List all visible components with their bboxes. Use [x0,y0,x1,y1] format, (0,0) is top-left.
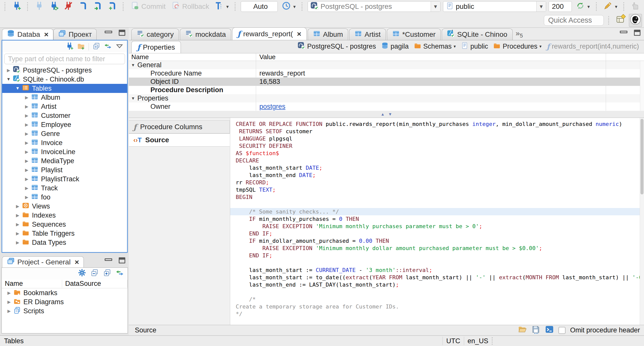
maximize-icon[interactable] [119,30,125,36]
status-grip[interactable] [492,337,493,345]
tree-item-postgresql-postgres[interactable]: ▶PostgreSQL - postgres [2,66,127,75]
expand-arrow-icon[interactable]: ▶ [23,149,30,155]
view-menu-icon[interactable] [115,42,124,52]
property-row-general[interactable]: ▼General [129,61,644,69]
link-with-editor-icon[interactable] [104,42,112,52]
minimize-icon[interactable] [105,258,112,261]
collapse-all-icon[interactable] [92,42,100,52]
tree-item-indexes[interactable]: ▶Indexes [2,211,127,220]
expand-arrow-icon[interactable]: ▶ [5,299,13,305]
open-file-icon[interactable] [518,325,527,336]
new-folder-icon[interactable]: + [77,42,85,52]
tree-item-foo[interactable]: ▶foo [2,193,127,202]
expand-arrow-icon[interactable]: ▶ [23,104,30,109]
splitter-sash[interactable]: ▲ ▼ [129,111,644,118]
editor-tab-album[interactable]: Album [308,28,348,40]
column-divider[interactable] [606,53,606,111]
tree-item-album[interactable]: ▶Album [2,93,127,102]
highlight-button[interactable]: ▾ [602,1,619,12]
commit-button[interactable]: Commit [129,1,167,12]
tab-properties[interactable]: ƒ Properties [131,41,181,53]
combo-arrow-icon[interactable]: ▼ [536,2,546,12]
property-row-procedure-name[interactable]: Procedure Namerewards_report [129,69,644,78]
tab-projects[interactable]: Проект [53,29,97,40]
collapse-arrow-icon[interactable]: ▼ [14,86,21,91]
breadcrumb-item-pagila[interactable]: pagila [380,42,410,51]
sql-source-editor[interactable]: CREATE OR REPLACE FUNCTION public.reward… [230,118,640,325]
expand-arrow-icon[interactable]: ▶ [5,68,12,73]
owner-link[interactable]: postgres [259,103,286,110]
tree-item-playlist[interactable]: ▶Playlist [2,165,127,175]
properties-scrollbar[interactable] [640,61,644,111]
dropdown-caret-icon[interactable]: ▾ [539,44,542,49]
expand-arrow-icon[interactable]: ▶ [14,240,21,245]
new-sql-editor-button[interactable] [92,1,104,12]
expand-arrow-icon[interactable]: ▶ [23,167,30,173]
editor-tab-artist[interactable]: Artist [349,28,386,40]
column-header-name[interactable]: Name [2,280,62,288]
expand-arrow-icon[interactable]: ▶ [14,222,21,227]
editor-scrollbar[interactable] [640,118,644,325]
tree-item-sequences[interactable]: ▶Sequences [2,220,127,229]
property-row-procedure-description[interactable]: Procedure Description [129,86,644,94]
tree-item-track[interactable]: ▶Track [2,184,127,193]
collapse-arrow-icon[interactable]: ▼ [129,63,137,67]
close-icon[interactable]: × [44,31,49,38]
sync-data-button[interactable]: ▾ [574,1,591,12]
toolbar-grip[interactable] [608,16,610,25]
close-icon[interactable]: × [75,258,79,266]
maximize-icon[interactable] [119,257,125,263]
omit-header-checkbox[interactable] [558,327,566,334]
tree-item-invoiceline[interactable]: ▶InvoiceLine [2,147,127,156]
toolbar-grip[interactable] [596,2,597,11]
sql-editor-button[interactable] [77,1,89,12]
expand-arrow-icon[interactable]: ▶ [23,140,30,146]
expand-arrow-icon[interactable]: ▶ [23,186,30,191]
property-row-owner[interactable]: Ownerpostgres [129,102,644,111]
tree-item-tables[interactable]: ▼Tables [2,84,127,93]
column-header-value[interactable]: Value [256,53,276,61]
close-icon[interactable]: × [297,30,301,38]
expand-arrow-icon[interactable]: ▶ [14,213,21,218]
editor-tab-sqlite-chinoo[interactable]: SQLite - Chinoo [442,28,512,40]
sash-up-icon[interactable]: ▲ [381,112,385,117]
tab-overflow-indicator[interactable]: »5 [516,29,523,39]
tree-item-data-types[interactable]: ▶Data Types [2,238,127,247]
property-row-properties[interactable]: ▼Properties [129,94,644,102]
tree-item-artist[interactable]: ▶Artist [2,102,127,111]
connect-button[interactable] [33,1,45,12]
expand-arrow-icon[interactable]: ▶ [23,95,30,100]
subtab-procedure-columns[interactable]: ƒProcedure Columns [129,120,230,133]
expand-arrow-icon[interactable]: ▶ [14,204,21,209]
disconnect-button[interactable] [62,1,74,12]
tree-item-sqlite-chinook-db[interactable]: ▼SQLite - Chinook.db [2,75,127,84]
tree-item-playlisttrack[interactable]: ▶PlaylistTrack [2,175,127,184]
collapse-arrow-icon[interactable]: ▼ [5,77,12,82]
expand-all-icon[interactable] [103,268,111,279]
tree-item-mediatype[interactable]: ▶MediaType [2,156,127,165]
collapse-arrow-icon[interactable]: ▼ [129,96,137,101]
expand-arrow-icon[interactable]: ▶ [23,195,30,200]
gear-icon[interactable] [78,268,86,279]
breadcrumb-item-public[interactable]: public [459,42,490,51]
link-with-editor-icon[interactable] [115,268,124,279]
project-item-bookmarks[interactable]: ▶★Bookmarks [2,288,128,297]
new-connection-button[interactable]: + [11,1,23,12]
minimize-icon[interactable] [620,31,627,33]
breadcrumb-item-rewards-report-int4-numeric-[interactable]: ƒrewards_report(int4,numeric) [545,42,640,51]
toolbar-grip[interactable] [235,2,236,11]
expand-arrow-icon[interactable]: ▶ [23,158,30,164]
toolbar-grip[interactable] [27,2,29,11]
recent-sql-editor-button[interactable]: + [106,1,118,12]
property-row-object-id[interactable]: Object ID16,583 [129,78,644,86]
dropdown-caret-icon[interactable]: ▾ [454,44,456,49]
collapse-all-icon[interactable] [90,268,99,279]
project-item-scripts[interactable]: ▶Scripts [2,306,128,316]
expand-arrow-icon[interactable]: ▶ [23,122,30,127]
rollback-button[interactable]: Rollback [170,1,211,12]
transaction-log-button[interactable]: ▾ [213,1,230,12]
connection-combo[interactable]: PostgreSQL - postgres ▼ [308,1,440,12]
reconnect-button[interactable]: ⟳ [48,1,60,12]
expand-arrow-icon[interactable]: ▶ [23,177,30,182]
sash-down-icon[interactable]: ▼ [388,112,392,117]
